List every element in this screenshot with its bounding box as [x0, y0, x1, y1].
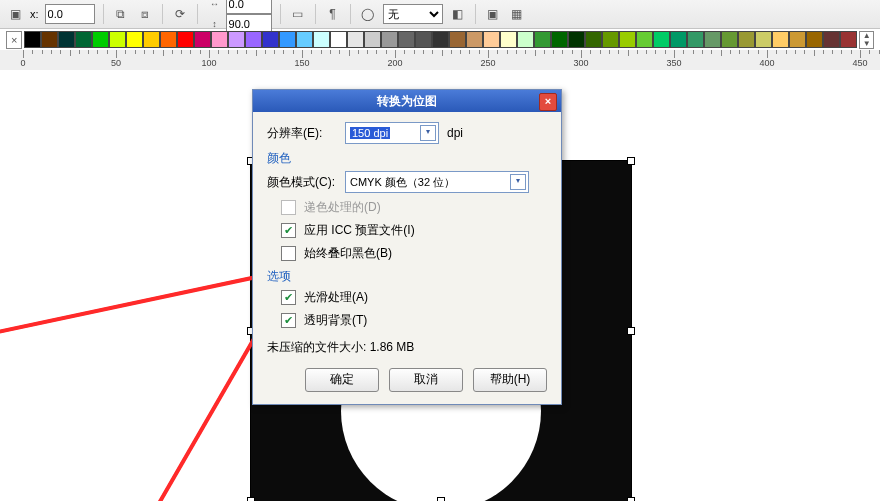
filesize-label: 未压缩的文件大小: 1.86 MB: [267, 339, 547, 356]
swatch[interactable]: [398, 31, 415, 48]
swatch[interactable]: [449, 31, 466, 48]
swatch[interactable]: [330, 31, 347, 48]
resolution-value: 150 dpi: [350, 127, 390, 139]
chevron-down-icon: ▾: [510, 174, 526, 190]
dithered-label: 递色处理的(D): [304, 199, 381, 216]
resolution-label: 分辨率(E):: [267, 125, 337, 142]
width-icon: ↔: [206, 0, 224, 13]
help-button[interactable]: 帮助(H): [473, 368, 547, 392]
antialias-label: 光滑处理(A): [304, 289, 368, 306]
swatch[interactable]: [24, 31, 41, 48]
swatch[interactable]: [670, 31, 687, 48]
swatch[interactable]: [194, 31, 211, 48]
color-mode-label: 颜色模式(C):: [267, 174, 337, 191]
close-icon[interactable]: ×: [539, 93, 557, 111]
swatch[interactable]: [109, 31, 126, 48]
x-position-input[interactable]: [45, 4, 95, 24]
swatch[interactable]: [483, 31, 500, 48]
resolution-select[interactable]: 150 dpi ▾: [345, 122, 439, 144]
outline-select[interactable]: 无: [383, 4, 443, 24]
chevron-down-icon: ▾: [420, 125, 436, 141]
text-wrap-icon[interactable]: ¶: [324, 5, 342, 23]
edit-fill-icon[interactable]: ▦: [508, 5, 526, 23]
swatch[interactable]: [262, 31, 279, 48]
cancel-button[interactable]: 取消: [389, 368, 463, 392]
swatch[interactable]: [466, 31, 483, 48]
swatch[interactable]: [738, 31, 755, 48]
swatch[interactable]: [772, 31, 789, 48]
color-section-label: 颜色: [267, 150, 547, 167]
swatch[interactable]: [228, 31, 245, 48]
swatch[interactable]: [823, 31, 840, 48]
swatch[interactable]: [840, 31, 857, 48]
swatch[interactable]: [313, 31, 330, 48]
swatch[interactable]: [653, 31, 670, 48]
swatch[interactable]: [602, 31, 619, 48]
properties-toolbar: ▣ x: ⧉ ⧈ ⟳ ↔ ↕ ▭ ¶ ◯ 无 ◧ ▣ ▦: [0, 0, 880, 29]
swatch[interactable]: [364, 31, 381, 48]
no-fill-swatch[interactable]: ×: [6, 31, 22, 49]
swatch[interactable]: [211, 31, 228, 48]
rotate-icon[interactable]: ⟳: [171, 5, 189, 23]
dialog-titlebar[interactable]: 转换为位图 ×: [253, 90, 561, 112]
swatch[interactable]: [636, 31, 653, 48]
palette-scroll[interactable]: ▲▼: [859, 31, 874, 49]
align-2-icon[interactable]: ⧈: [136, 5, 154, 23]
swatch[interactable]: [160, 31, 177, 48]
convert-to-bitmap-dialog: 转换为位图 × 分辨率(E): 150 dpi ▾ dpi 颜色 颜色模式(C)…: [252, 89, 562, 405]
outline-icon[interactable]: ◯: [359, 5, 377, 23]
swatch[interactable]: [534, 31, 551, 48]
align-icon[interactable]: ⧉: [112, 5, 130, 23]
swatch[interactable]: [58, 31, 75, 48]
swatch[interactable]: [551, 31, 568, 48]
swatch[interactable]: [806, 31, 823, 48]
swatch[interactable]: [347, 31, 364, 48]
dialog-title: 转换为位图: [377, 93, 437, 110]
swatch[interactable]: [296, 31, 313, 48]
swatch[interactable]: [279, 31, 296, 48]
antialias-checkbox[interactable]: [281, 290, 296, 305]
overprint-label: 始终叠印黑色(B): [304, 245, 392, 262]
swatch[interactable]: [143, 31, 160, 48]
swatch[interactable]: [721, 31, 738, 48]
dpi-suffix: dpi: [447, 126, 463, 140]
swatch[interactable]: [92, 31, 109, 48]
transparent-bg-label: 透明背景(T): [304, 312, 367, 329]
swatch[interactable]: [755, 31, 772, 48]
rotate-input-1[interactable]: [226, 0, 272, 14]
object-origin-icon[interactable]: ▣: [6, 5, 24, 23]
options-section-label: 选项: [267, 268, 547, 285]
swatch[interactable]: [500, 31, 517, 48]
use-icc-label: 应用 ICC 预置文件(I): [304, 222, 415, 239]
color-mode-value: CMYK 颜色（32 位）: [350, 175, 455, 190]
swatch[interactable]: [687, 31, 704, 48]
ok-button[interactable]: 确定: [305, 368, 379, 392]
swatch[interactable]: [177, 31, 194, 48]
swatch[interactable]: [75, 31, 92, 48]
swatch[interactable]: [704, 31, 721, 48]
swatch[interactable]: [789, 31, 806, 48]
outline-color-icon[interactable]: ◧: [449, 5, 467, 23]
color-mode-select[interactable]: CMYK 颜色（32 位） ▾: [345, 171, 529, 193]
color-palette: × ▲▼: [0, 29, 880, 50]
annotation-arrow-1: [0, 272, 274, 333]
swatch[interactable]: [517, 31, 534, 48]
use-icc-checkbox[interactable]: [281, 223, 296, 238]
overprint-checkbox[interactable]: [281, 246, 296, 261]
transparent-bg-checkbox[interactable]: [281, 313, 296, 328]
swatch[interactable]: [126, 31, 143, 48]
swatch[interactable]: [568, 31, 585, 48]
size-icon[interactable]: ▭: [289, 5, 307, 23]
swatch[interactable]: [585, 31, 602, 48]
swatch[interactable]: [432, 31, 449, 48]
swatch[interactable]: [381, 31, 398, 48]
swatch[interactable]: [619, 31, 636, 48]
swatch[interactable]: [41, 31, 58, 48]
swatch[interactable]: [245, 31, 262, 48]
dithered-checkbox: [281, 200, 296, 215]
swatch[interactable]: [415, 31, 432, 48]
behind-fill-icon[interactable]: ▣: [484, 5, 502, 23]
